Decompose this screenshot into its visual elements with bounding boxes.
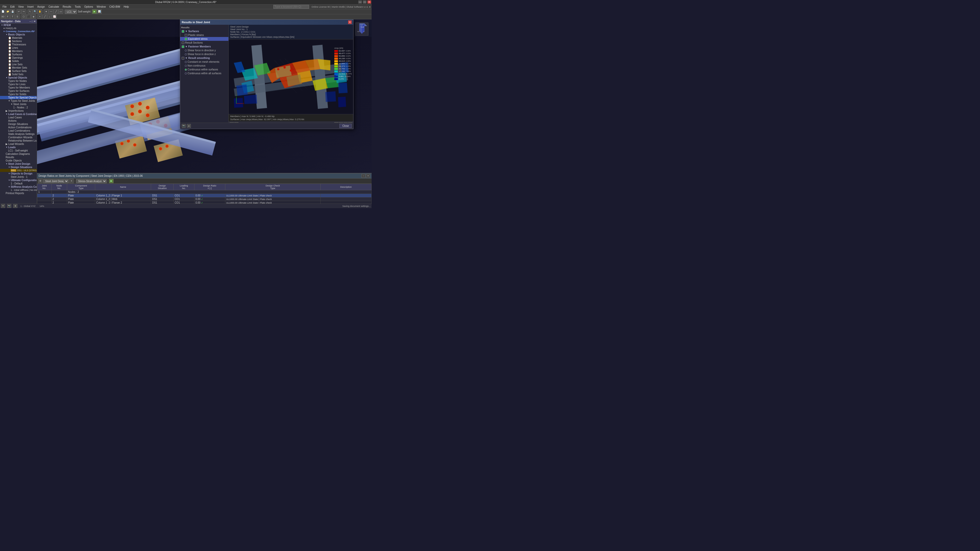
- footer-icon-1[interactable]: 📷: [182, 124, 186, 128]
- results-tree-shear-y[interactable]: Shear force in direction y: [180, 48, 228, 52]
- surface-button[interactable]: ▭: [59, 10, 63, 14]
- table-row[interactable]: 2 Plate Column 1_2 | Flange 1 DS1 CO1 0.…: [37, 194, 372, 197]
- non-continuous-radio[interactable]: [185, 65, 187, 67]
- nav-file[interactable]: ▼ FM6(5).rf6: [0, 27, 37, 30]
- nav-controls[interactable]: ─ □ ✕: [29, 20, 36, 23]
- status-icon-1[interactable]: 👁: [1, 204, 5, 208]
- line-button[interactable]: —: [49, 10, 53, 14]
- nav-types-lines[interactable]: Types for Lines: [0, 83, 37, 86]
- nav-load-comb[interactable]: Load Combinations: [0, 129, 37, 132]
- maximize-button[interactable]: □: [363, 0, 366, 3]
- nav-load-cases[interactable]: ▼ Load Cases & Combinations: [0, 113, 37, 116]
- results-tree-equiv[interactable]: Equivalent stress: [180, 37, 228, 41]
- node-button[interactable]: ●: [44, 10, 48, 14]
- nav-imperfections[interactable]: ▶ Imperfections: [0, 109, 37, 113]
- nav-thicknesses[interactable]: 📋 Thicknesses: [0, 43, 37, 46]
- wireframe-btn[interactable]: ⬡: [21, 14, 26, 19]
- close-dialog-button[interactable]: Close: [339, 124, 352, 128]
- nav-craneway[interactable]: ▼ Craneway_Connection.rf6*: [0, 30, 37, 33]
- save-button[interactable]: 💾: [10, 10, 15, 14]
- nav-types-nodes[interactable]: Types for Nodes: [0, 79, 37, 83]
- nav-types-members[interactable]: Types for Members: [0, 86, 37, 89]
- menu-results[interactable]: Results: [61, 5, 73, 8]
- nav-action-comb[interactable]: Action Combinations: [0, 126, 37, 129]
- nav-types-solids[interactable]: Types for Solids: [0, 93, 37, 96]
- nav-sections[interactable]: 📋 Sections: [0, 40, 37, 43]
- analysis-dropdown[interactable]: Stress-Strain Analysis: [76, 179, 107, 183]
- shaded-btn[interactable]: ◈: [31, 14, 36, 19]
- menu-window[interactable]: Window: [95, 5, 107, 8]
- nav-members[interactable]: 📋 Members: [0, 49, 37, 53]
- results-tree-surfaces[interactable]: ▼ Surfaces: [180, 29, 228, 33]
- nav-lc1[interactable]: LC1 - Self-weight: [0, 149, 37, 152]
- menu-assign[interactable]: Assign: [36, 5, 46, 8]
- view-side[interactable]: S: [15, 14, 20, 19]
- results-dialog-close[interactable]: ✕: [348, 21, 352, 24]
- new-button[interactable]: 📄: [0, 10, 5, 14]
- results-tree-fastener[interactable]: ▼ Fastener Members: [180, 44, 228, 48]
- nav-line-sets[interactable]: 📋 Line Sets: [0, 63, 37, 66]
- solid-btn[interactable]: ⬛: [26, 14, 31, 19]
- nav-materials[interactable]: 📋 Materials: [0, 36, 37, 40]
- results-tree-shear-z[interactable]: Shear force in direction z: [180, 52, 228, 56]
- table-row[interactable]: 2 Plate Column 1_2 | Web DS1 CO1 0.00 ✓ …: [37, 197, 372, 201]
- nav-design-sit[interactable]: Design Situations: [0, 122, 37, 126]
- surfaces-checkbox[interactable]: [182, 30, 184, 33]
- nav-ds1[interactable]: DS1 DS1 - ULS (STR/GEO) - Perm...: [0, 169, 37, 172]
- nav-lc[interactable]: Load Cases: [0, 116, 37, 119]
- nav-lines[interactable]: 📋 Lines: [0, 46, 37, 49]
- view-front[interactable]: F: [5, 14, 10, 19]
- fastener-checkbox[interactable]: [182, 45, 184, 48]
- nav-steel-joints[interactable]: ▼ Steel Joints: [0, 103, 37, 106]
- nav-surface-sets[interactable]: 📋 Surface Sets: [0, 69, 37, 73]
- view3d-button[interactable]: 3D: [0, 14, 5, 19]
- nav-results[interactable]: Results: [0, 156, 37, 159]
- menu-help[interactable]: Help: [122, 5, 130, 8]
- nav-actions[interactable]: Actions: [0, 119, 37, 122]
- results-tree-result-sections[interactable]: Result Sections: [180, 41, 228, 44]
- nav-relationship[interactable]: Relationship Between Load Cases: [0, 139, 37, 142]
- select-button[interactable]: ↖: [28, 10, 32, 14]
- result-button[interactable]: 📊: [97, 10, 102, 14]
- menu-cad-bim[interactable]: CAD-BIM: [108, 5, 121, 8]
- results-view-panel[interactable]: Steel Joint Design Steel Joint No.: 1 No…: [229, 25, 353, 123]
- nav-sjd[interactable]: ▼ Steel Joint Design: [0, 162, 37, 165]
- fem-result-view[interactable]: X Y σeqv [kN] 62.097 0.06%: [229, 39, 353, 114]
- nav-calc-diag[interactable]: Calculation Diagrams: [0, 152, 37, 156]
- nav-solids[interactable]: 📋 Solids: [0, 59, 37, 63]
- results-tree-cont-surfaces[interactable]: Continuous within surfaces: [180, 68, 228, 71]
- sjd-dropdown[interactable]: Steel Joint Design: [43, 179, 68, 183]
- results-tree-const-mesh[interactable]: Constant on mesh elements: [180, 60, 228, 64]
- res-rotate[interactable]: ↻: [348, 122, 352, 123]
- smoothing-checkbox[interactable]: [182, 57, 184, 59]
- nav-types-steel[interactable]: ▼ Types for Steel Joints: [0, 99, 37, 103]
- nav-types-surfaces[interactable]: Types for Surfaces: [0, 89, 37, 93]
- close-button[interactable]: ✕: [368, 0, 371, 3]
- cont-all-radio[interactable]: [185, 73, 187, 75]
- view-top[interactable]: T: [10, 14, 15, 19]
- bottom-table-area[interactable]: JointNo. NodeNo. ComponentType Name Desi…: [37, 184, 372, 205]
- table-row[interactable]: 1 Nodes : 2: [37, 190, 372, 194]
- equiv-checkbox[interactable]: [185, 38, 187, 40]
- result-sections-checkbox[interactable]: [182, 41, 184, 44]
- nav-comb-wiz[interactable]: Combination Wizards: [0, 136, 37, 139]
- res-eye-btn[interactable]: 👁: [230, 122, 234, 123]
- menu-tools[interactable]: Tools: [73, 5, 82, 8]
- results-tree-plastic[interactable]: Plastic strains: [180, 33, 228, 37]
- member-button[interactable]: ╱: [54, 10, 58, 14]
- minimize-button[interactable]: ─: [358, 0, 362, 3]
- menu-file[interactable]: File: [1, 5, 8, 8]
- nav-printout[interactable]: Printout Reports: [0, 192, 37, 195]
- bottom-close-btn[interactable]: ✕: [366, 174, 370, 178]
- results-toggle[interactable]: 📈: [52, 14, 57, 19]
- nav-sj-obj[interactable]: Steel Joints : 1: [0, 175, 37, 179]
- sjd-settings[interactable]: ≡: [69, 179, 74, 183]
- nav-special-objects[interactable]: ▼ Special Objects: [0, 76, 37, 79]
- nav-load-wiz[interactable]: ▶ Load Wizards: [0, 142, 37, 146]
- status-icon-3[interactable]: 🖥: [13, 204, 18, 208]
- nav-member-sets[interactable]: 📋 Member Sets: [0, 66, 37, 69]
- menu-options[interactable]: Options: [83, 5, 94, 8]
- nav-basic-objects[interactable]: ▼ Basic Objects: [0, 33, 37, 36]
- lc-dropdown[interactable]: LC1: [65, 10, 77, 14]
- navigation-cube[interactable]: TOP FR R: [354, 21, 369, 37]
